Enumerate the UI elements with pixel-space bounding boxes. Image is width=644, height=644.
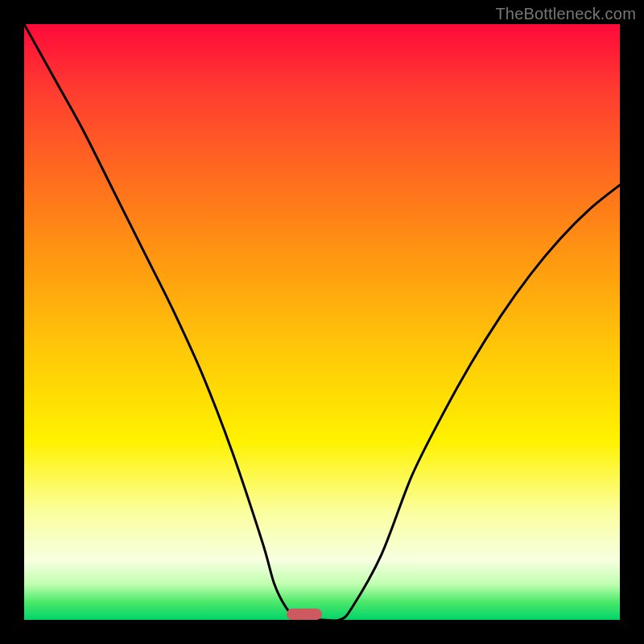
plot-area xyxy=(24,24,620,620)
curve-svg xyxy=(24,24,620,620)
optimum-marker xyxy=(287,609,322,620)
chart-frame: TheBottleneck.com xyxy=(0,0,644,644)
watermark-text: TheBottleneck.com xyxy=(495,5,636,23)
bottleneck-curve xyxy=(24,24,620,620)
